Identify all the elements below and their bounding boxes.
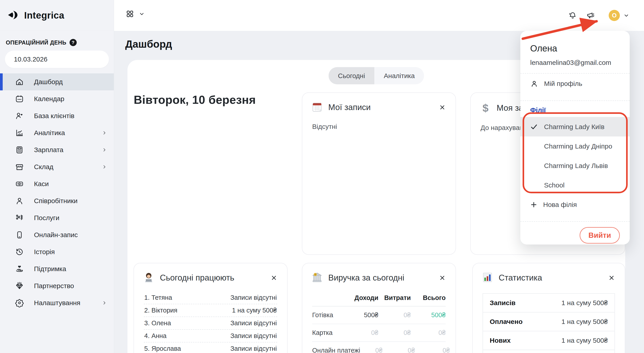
chevron-right-icon xyxy=(102,300,107,305)
sidebar-item-label: Аналітика xyxy=(34,129,65,137)
scissors-comb-icon xyxy=(15,213,24,222)
branch-item-kyiv[interactable]: Charming Lady Київ xyxy=(520,117,630,136)
chevron-right-icon xyxy=(102,147,107,153)
stat-row: Оплачено1 на суму 500₴ xyxy=(482,312,615,331)
sidebar-item-label: Онлайн-запис xyxy=(34,231,78,239)
branches-label: Філії xyxy=(530,106,620,114)
bank-icon: $ xyxy=(312,272,322,283)
store-icon xyxy=(15,162,24,171)
analytics-icon xyxy=(15,128,24,137)
employee-row: 3. ОленаЗаписи відсутні xyxy=(144,317,277,330)
close-icon[interactable] xyxy=(439,104,446,111)
sidebar: Integrica ОПЕРАЦІЙНИЙ ДЕНЬ ? Дашборд Кал… xyxy=(0,0,114,353)
sidebar-item-label: Зарплата xyxy=(34,146,63,154)
sidebar-nav: Дашборд Календар База клієнтів Аналітика… xyxy=(0,73,114,311)
chevron-right-icon xyxy=(102,130,107,136)
user-menu: Олена lenaamelina03@gmail.com Мій профіл… xyxy=(520,31,630,244)
logout-button[interactable]: Вийти xyxy=(580,227,620,244)
sidebar-item-online-booking[interactable]: Онлайн-запис xyxy=(0,226,114,243)
close-icon[interactable] xyxy=(270,274,277,281)
card-title: Виручка за сьогодні xyxy=(328,273,404,282)
sidebar-item-analytics[interactable]: Аналітика xyxy=(0,124,114,141)
operational-day-label: ОПЕРАЦІЙНИЙ ДЕНЬ xyxy=(6,39,66,46)
help-icon[interactable]: ? xyxy=(70,39,77,46)
statistics-list: Записів1 на суму 500₴ Оплачено1 на суму … xyxy=(482,293,615,353)
sidebar-item-settings[interactable]: Налаштування xyxy=(0,294,114,311)
branch-item-dnipro[interactable]: Charming Lady Дніпро xyxy=(520,136,630,156)
sidebar-item-warehouse[interactable]: Склад xyxy=(0,158,114,175)
topbar-actions: O xyxy=(568,0,629,31)
branch-item-school[interactable]: School xyxy=(520,175,630,195)
grid-icon xyxy=(126,10,134,18)
person-icon xyxy=(530,80,538,88)
brand-name: Integrica xyxy=(24,10,64,21)
home-icon xyxy=(15,77,24,86)
dollar-icon: $ xyxy=(480,102,490,114)
sidebar-item-label: Співробітники xyxy=(34,197,78,205)
sidebar-item-dashboard[interactable]: Дашборд xyxy=(0,73,114,90)
sidebar-item-label: Каси xyxy=(34,180,49,188)
branch-list: Charming Lady Київ Charming Lady Дніпро … xyxy=(520,117,630,195)
working-today-list: 1. ТетянаЗаписи відсутні 2. Віктория1 на… xyxy=(144,291,277,353)
branch-item-lviv[interactable]: Charming Lady Львів xyxy=(520,156,630,175)
brand-logo[interactable]: Integrica xyxy=(0,0,114,31)
new-branch-item[interactable]: Нова філія xyxy=(530,195,620,215)
history-icon xyxy=(15,247,24,256)
sidebar-item-label: Послуги xyxy=(34,214,59,222)
sidebar-item-label: Дашборд xyxy=(34,78,62,86)
records-empty-text: Відсутні xyxy=(312,123,446,130)
my-profile-label: Мій профіль xyxy=(544,80,582,88)
gear-icon xyxy=(15,298,24,307)
topbar: O xyxy=(114,0,644,31)
my-profile-item[interactable]: Мій профіль xyxy=(530,74,620,94)
employee-row: 1. ТетянаЗаписи відсутні xyxy=(144,291,277,304)
sidebar-item-salary[interactable]: Зарплата xyxy=(0,141,114,158)
client-base-icon xyxy=(15,111,24,120)
announcements-button[interactable] xyxy=(586,11,595,20)
card-title: Мої записи xyxy=(328,103,371,112)
brand-logo-icon xyxy=(8,10,20,21)
avatar[interactable]: O xyxy=(609,10,620,21)
sidebar-item-support[interactable]: Підтримка xyxy=(0,260,114,277)
sidebar-item-label: Підтримка xyxy=(34,265,66,273)
card-title: Статистика xyxy=(499,273,542,282)
spiral-calendar-icon xyxy=(312,102,322,113)
user-email: lenaamelina03@gmail.com xyxy=(530,59,620,67)
close-icon[interactable] xyxy=(608,274,615,281)
working-today-card: Сьогодні працюють 1. ТетянаЗаписи відсут… xyxy=(134,263,288,353)
tab-analytics[interactable]: Аналітика xyxy=(374,67,424,84)
sidebar-item-label: Партнерство xyxy=(34,282,74,290)
revenue-row: Онлайн платежі 0₴ 0₴ 0₴ xyxy=(312,342,446,353)
sidebar-item-employees[interactable]: Співробітники xyxy=(0,192,114,209)
user-name: Олена xyxy=(530,43,620,54)
sidebar-item-label: Налаштування xyxy=(34,299,80,307)
revenue-table: Доходи Витрати Всього Готівка 500₴ 0₴ 50… xyxy=(312,294,446,353)
sidebar-item-services[interactable]: Послуги xyxy=(0,209,114,226)
date-heading: Вівторок, 10 березня xyxy=(134,93,256,107)
sidebar-item-partnership[interactable]: Партнерство xyxy=(0,277,114,294)
apps-menu-button[interactable] xyxy=(126,10,145,18)
sidebar-item-clients[interactable]: База клієнтів xyxy=(0,107,114,124)
page-title: Дашборд xyxy=(125,38,172,50)
tab-today[interactable]: Сьогодні xyxy=(328,67,374,84)
operational-day-section: ОПЕРАЦІЙНИЙ ДЕНЬ ? xyxy=(0,31,114,68)
close-icon[interactable] xyxy=(439,274,446,281)
operational-day-input[interactable] xyxy=(5,51,109,68)
diamond-icon xyxy=(15,281,24,290)
divider xyxy=(520,100,630,101)
sidebar-item-calendar[interactable]: Календар xyxy=(0,90,114,107)
stat-row: Нових1 на суму 500₴ xyxy=(482,331,615,350)
card-title: Сьогодні працюють xyxy=(160,273,234,282)
sidebar-item-history[interactable]: Історія xyxy=(0,243,114,260)
check-icon xyxy=(530,123,539,131)
new-branch-label: Нова філія xyxy=(543,201,577,208)
chevron-down-icon[interactable] xyxy=(624,13,629,18)
cash-icon xyxy=(15,179,24,188)
sidebar-item-cash-registers[interactable]: Каси xyxy=(0,175,114,192)
operational-day-label-row: ОПЕРАЦІЙНИЙ ДЕНЬ ? xyxy=(5,39,109,46)
calculator-icon xyxy=(15,145,24,154)
sidebar-item-label: Склад xyxy=(34,163,54,171)
notifications-button[interactable] xyxy=(568,11,577,20)
phone-icon xyxy=(15,230,24,239)
bar-chart-icon xyxy=(482,272,492,283)
